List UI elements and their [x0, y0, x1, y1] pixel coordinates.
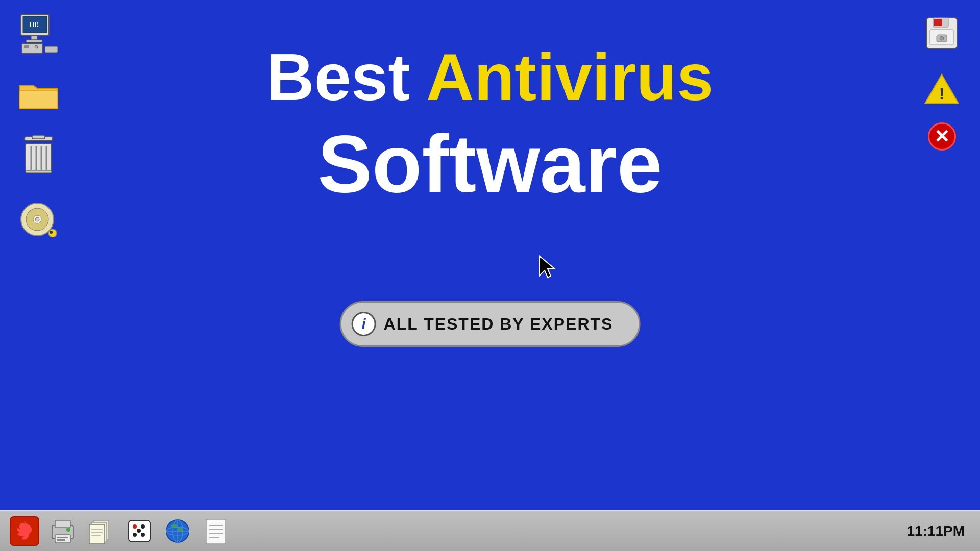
- title-best: Best: [266, 40, 426, 114]
- globe-taskbar-icon[interactable]: [161, 515, 194, 548]
- error-x-icon[interactable]: ✕: [928, 122, 956, 151]
- info-icon: i: [352, 312, 376, 336]
- svg-point-46: [141, 524, 145, 529]
- floppy-disk-icon[interactable]: [919, 10, 965, 56]
- svg-text:Hi!: Hi!: [29, 21, 39, 29]
- svg-marker-31: [540, 256, 555, 278]
- svg-rect-36: [57, 539, 65, 541]
- svg-rect-3: [31, 36, 37, 40]
- papers-taskbar-icon[interactable]: [199, 515, 232, 548]
- title-antivirus: Antivirus: [426, 40, 714, 114]
- files-taskbar-icon[interactable]: [84, 515, 117, 548]
- apple-icon: [10, 516, 39, 546]
- svg-rect-34: [55, 535, 70, 543]
- main-title: Best Antivirus Software: [0, 41, 980, 209]
- warning-icon[interactable]: !: [919, 66, 965, 112]
- printer-taskbar-icon[interactable]: [46, 515, 79, 548]
- title-line1: Best Antivirus: [0, 41, 980, 114]
- svg-point-47: [133, 533, 137, 537]
- svg-rect-35: [57, 537, 68, 538]
- right-icon-bar: ! ✕: [919, 10, 965, 151]
- svg-rect-40: [89, 524, 105, 544]
- apple-start-button[interactable]: [8, 515, 41, 548]
- svg-point-49: [137, 529, 141, 533]
- all-tested-badge[interactable]: i ALL TESTED BY EXPERTS: [340, 301, 641, 347]
- title-software: Software: [0, 119, 980, 209]
- dice-taskbar-icon[interactable]: [122, 515, 156, 548]
- taskbar-clock: 11:11PM: [906, 523, 975, 539]
- svg-rect-55: [206, 519, 226, 544]
- svg-rect-33: [55, 520, 70, 528]
- svg-text:!: !: [939, 85, 945, 103]
- svg-point-45: [133, 524, 137, 529]
- badge-container: i ALL TESTED BY EXPERTS: [340, 301, 641, 347]
- desktop: Hi!: [0, 0, 980, 510]
- svg-point-48: [141, 533, 145, 537]
- svg-rect-26: [934, 19, 942, 26]
- badge-label: ALL TESTED BY EXPERTS: [384, 315, 614, 334]
- svg-point-21: [48, 229, 57, 237]
- svg-point-20: [35, 217, 39, 221]
- svg-point-37: [66, 528, 70, 532]
- svg-point-22: [50, 231, 53, 234]
- svg-point-28: [940, 36, 944, 40]
- taskbar: 11:11PM: [0, 510, 980, 551]
